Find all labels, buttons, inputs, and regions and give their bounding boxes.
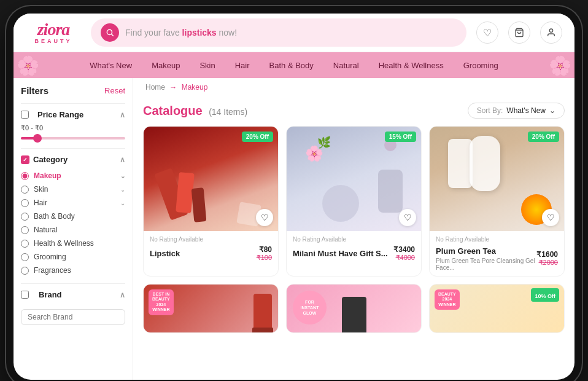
product-badge-1: 20% Off xyxy=(242,132,273,142)
price-current-1: ₹80 xyxy=(259,245,272,254)
product-card-4[interactable]: BEST INBEAUTY2024WINNER xyxy=(143,284,279,333)
brand-search-input[interactable] xyxy=(21,309,125,325)
product-name-desc-group-3: Plum Green Tea Plum Green Tea Pore Clean… xyxy=(436,245,536,271)
category-item-hair[interactable]: Hair ⌄ xyxy=(21,196,125,210)
product-info-1: No Rating Available Lipstick ₹80 ₹100 xyxy=(144,231,278,267)
discount-badge-6: 10% Off xyxy=(531,288,559,302)
brand-chevron-icon: ∧ xyxy=(120,291,125,299)
category-item-natural[interactable]: Natural xyxy=(21,223,125,237)
search-bar[interactable]: Find your fave lipsticks now! xyxy=(91,18,466,47)
product-card-6[interactable]: 10% Off BEAUTY2024WINNER xyxy=(429,284,565,333)
nav-item-makeup[interactable]: Makeup xyxy=(142,53,190,77)
logo[interactable]: ziora BEAUTY xyxy=(26,21,81,44)
flower-right-decoration: 🌸 xyxy=(549,55,571,76)
category-radio-makeup[interactable] xyxy=(21,172,29,180)
sidebar: Filters Reset Price Range ∧ ₹0 - ₹0 xyxy=(14,78,133,380)
category-item-fragrances[interactable]: Fragrances xyxy=(21,264,125,277)
category-item-grooming[interactable]: Grooming xyxy=(21,250,125,264)
category-item-skin[interactable]: Skin ⌄ xyxy=(21,183,125,196)
product-image-2: 🌸 🌿 15% Off ♡ xyxy=(287,127,421,231)
price-current-3: ₹1600 xyxy=(536,250,558,259)
nav-item-health-wellness[interactable]: Health & Wellness xyxy=(369,53,454,77)
breadcrumb-separator: → xyxy=(169,83,177,92)
nav-bar: 🌸 What's New Makeup Skin Hair Bath & Bod… xyxy=(14,52,574,78)
nav-item-skin[interactable]: Skin xyxy=(190,53,225,77)
brand-filter: Brand ∧ xyxy=(21,283,125,331)
category-filter-label[interactable]: ✓ Category ∧ xyxy=(21,155,125,164)
product-rating-1: No Rating Available xyxy=(150,236,272,243)
wishlist-button-3[interactable]: ♡ xyxy=(542,209,559,226)
nav-item-hair[interactable]: Hair xyxy=(225,53,260,77)
product-rating-2: No Rating Available xyxy=(293,236,415,243)
wishlist-button-2[interactable]: ♡ xyxy=(399,209,416,226)
wishlist-icon[interactable]: ♡ xyxy=(476,22,498,44)
account-icon[interactable] xyxy=(540,22,562,44)
catalogue-title-group: Catalogue (14 Items) xyxy=(143,104,247,118)
category-radio-health[interactable] xyxy=(21,240,29,248)
flower-left-decoration: 🌸 xyxy=(17,55,39,76)
category-radio-grooming[interactable] xyxy=(21,253,29,261)
product-grid-row2: BEST INBEAUTY2024WINNER FORINSTANTGLOW xyxy=(143,284,565,333)
expand-makeup-icon: ⌄ xyxy=(120,173,125,179)
product-name-3: Plum Green Tea xyxy=(436,246,496,256)
product-image-3: 20% Off ♡ xyxy=(430,127,564,231)
search-button[interactable] xyxy=(101,23,119,42)
product-card-1[interactable]: 20% Off ♡ No Rating Available Lipstick ₹… xyxy=(143,126,279,277)
product-info-2: No Rating Available Milani Must Have Gif… xyxy=(287,231,421,267)
nav-item-bath-body[interactable]: Bath & Body xyxy=(260,53,323,77)
product-image-1: 20% Off ♡ xyxy=(144,127,278,231)
breadcrumb-home[interactable]: Home xyxy=(145,83,165,92)
price-range-display: ₹0 - ₹0 xyxy=(21,124,125,132)
award-badge-2: FORINSTANTGLOW xyxy=(293,291,327,324)
main-content: Filters Reset Price Range ∧ ₹0 - ₹0 xyxy=(14,78,574,380)
product-grid: 20% Off ♡ No Rating Available Lipstick ₹… xyxy=(143,126,565,277)
nav-item-grooming[interactable]: Grooming xyxy=(454,53,508,77)
brand-filter-label[interactable]: Brand ∧ xyxy=(21,290,125,299)
product-desc-3: Plum Green Tea Pore Cleansing Gel Face..… xyxy=(436,257,536,271)
reset-button[interactable]: Reset xyxy=(104,86,125,95)
price-filter-label[interactable]: Price Range ∧ xyxy=(21,110,125,119)
price-slider-container[interactable] xyxy=(21,137,125,139)
category-item-health[interactable]: Health & Wellness xyxy=(21,237,125,250)
category-radio-skin[interactable] xyxy=(21,186,29,194)
sort-label: Sort By: xyxy=(477,106,503,115)
price-group-3: ₹1600 ₹2000 xyxy=(536,250,558,267)
product-card-2[interactable]: 🌸 🌿 15% Off ♡ No Rating Available Milani… xyxy=(286,126,422,277)
brand-checkbox[interactable] xyxy=(21,291,29,299)
product-name-2: Milani Must Have Gift S... xyxy=(293,249,388,258)
catalogue-count: (14 Items) xyxy=(209,107,247,117)
price-filter: Price Range ∧ ₹0 - ₹0 xyxy=(21,103,125,148)
category-radio-fragrances[interactable] xyxy=(21,267,29,275)
nav-item-natural[interactable]: Natural xyxy=(323,53,369,77)
product-name-price-3: Plum Green Tea Plum Green Tea Pore Clean… xyxy=(436,245,558,271)
product-name-1: Lipstick xyxy=(150,249,180,258)
wishlist-button-1[interactable]: ♡ xyxy=(256,209,273,226)
cart-icon[interactable] xyxy=(508,22,530,44)
price-checkbox[interactable] xyxy=(21,111,29,119)
category-radio-natural[interactable] xyxy=(21,226,29,234)
price-group-1: ₹80 ₹100 xyxy=(257,245,272,262)
svg-point-0 xyxy=(107,29,112,34)
logo-sub: BEAUTY xyxy=(34,38,72,44)
search-highlight: lipsticks xyxy=(182,28,217,37)
sort-dropdown[interactable]: Sort By: What's New ⌄ xyxy=(468,103,565,119)
category-radio-hair[interactable] xyxy=(21,199,29,207)
svg-point-3 xyxy=(549,29,552,32)
category-radio-bath-body[interactable] xyxy=(21,213,29,221)
award-badge-3: BEAUTY2024WINNER xyxy=(435,289,460,310)
price-slider-thumb[interactable] xyxy=(33,134,42,143)
category-item-bath-body[interactable]: Bath & Body xyxy=(21,210,125,223)
nav-items: What's New Makeup Skin Hair Bath & Body … xyxy=(80,53,508,77)
category-item-makeup[interactable]: Makeup ⌄ xyxy=(21,169,125,183)
award-badge-1: BEST INBEAUTY2024WINNER xyxy=(149,289,174,315)
content-area: Home → Makeup Catalogue (14 Items) Sort … xyxy=(133,78,574,380)
nav-item-whats-new[interactable]: What's New xyxy=(80,53,142,77)
header-icons: ♡ xyxy=(476,22,562,44)
product-badge-2: 15% Off xyxy=(385,132,416,142)
catalogue-header: Catalogue (14 Items) Sort By: What's New… xyxy=(143,103,565,119)
sort-chevron-icon: ⌄ xyxy=(549,106,555,115)
category-filter: ✓ Category ∧ Makeup ⌄ Skin xyxy=(21,148,125,283)
product-card-3[interactable]: 20% Off ♡ No Rating Available Plum Green… xyxy=(429,126,565,277)
product-card-5[interactable]: FORINSTANTGLOW xyxy=(286,284,422,333)
brand-checkbox-label: Brand xyxy=(21,290,62,299)
